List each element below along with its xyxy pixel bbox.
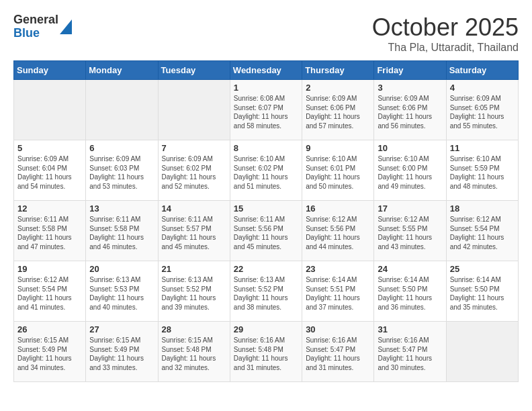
day-detail: Sunrise: 6:16 AMSunset: 5:47 PMDaylight:…	[378, 336, 442, 372]
day-detail: Sunrise: 6:09 AMSunset: 6:02 PMDaylight:…	[162, 154, 226, 191]
day-number: 25	[450, 264, 515, 274]
header-day-saturday: Saturday	[446, 61, 518, 80]
day-number: 17	[378, 203, 442, 214]
day-number: 21	[162, 264, 226, 274]
calendar-cell: 15Sunrise: 6:11 AMSunset: 5:56 PMDayligh…	[230, 201, 302, 261]
day-detail: Sunrise: 6:16 AMSunset: 5:48 PMDaylight:…	[234, 336, 298, 372]
calendar-cell	[446, 322, 518, 382]
header-row: SundayMondayTuesdayWednesdayThursdayFrid…	[14, 61, 519, 80]
day-detail: Sunrise: 6:12 AMSunset: 5:56 PMDaylight:…	[306, 215, 370, 251]
day-number: 28	[162, 324, 226, 334]
day-detail: Sunrise: 6:15 AMSunset: 5:48 PMDaylight:…	[162, 336, 226, 372]
day-detail: Sunrise: 6:09 AMSunset: 6:03 PMDaylight:…	[89, 154, 154, 191]
day-detail: Sunrise: 6:08 AMSunset: 6:07 PMDaylight:…	[234, 94, 298, 130]
day-detail: Sunrise: 6:14 AMSunset: 5:51 PMDaylight:…	[306, 275, 370, 312]
calendar-table: SundayMondayTuesdayWednesdayThursdayFrid…	[13, 60, 519, 382]
week-row-1: 1Sunrise: 6:08 AMSunset: 6:07 PMDaylight…	[14, 80, 519, 140]
calendar-cell: 12Sunrise: 6:11 AMSunset: 5:58 PMDayligh…	[14, 201, 86, 261]
header-day-wednesday: Wednesday	[230, 61, 302, 80]
calendar-cell: 1Sunrise: 6:08 AMSunset: 6:07 PMDaylight…	[230, 80, 302, 140]
calendar-cell: 22Sunrise: 6:13 AMSunset: 5:52 PMDayligh…	[230, 261, 302, 322]
day-number: 14	[162, 203, 226, 214]
day-detail: Sunrise: 6:11 AMSunset: 5:58 PMDaylight:…	[89, 215, 154, 251]
day-number: 11	[450, 143, 515, 153]
day-detail: Sunrise: 6:14 AMSunset: 5:50 PMDaylight:…	[450, 275, 515, 312]
week-row-4: 19Sunrise: 6:12 AMSunset: 5:54 PMDayligh…	[14, 261, 519, 322]
day-detail: Sunrise: 6:12 AMSunset: 5:54 PMDaylight:…	[17, 275, 82, 312]
logo-general: General	[13, 13, 58, 27]
calendar-cell: 3Sunrise: 6:09 AMSunset: 6:06 PMDaylight…	[374, 80, 446, 140]
calendar-cell: 26Sunrise: 6:15 AMSunset: 5:49 PMDayligh…	[14, 322, 86, 382]
calendar-cell: 10Sunrise: 6:10 AMSunset: 6:00 PMDayligh…	[374, 140, 446, 201]
logo: General Blue	[13, 13, 72, 40]
day-detail: Sunrise: 6:09 AMSunset: 6:04 PMDaylight:…	[17, 154, 82, 191]
day-number: 2	[306, 83, 370, 93]
calendar-cell: 9Sunrise: 6:10 AMSunset: 6:01 PMDaylight…	[302, 140, 374, 201]
calendar-cell	[86, 80, 158, 140]
calendar-cell: 5Sunrise: 6:09 AMSunset: 6:04 PMDaylight…	[14, 140, 86, 201]
calendar-cell: 4Sunrise: 6:09 AMSunset: 6:05 PMDaylight…	[446, 80, 518, 140]
day-detail: Sunrise: 6:09 AMSunset: 6:06 PMDaylight:…	[306, 94, 370, 130]
day-number: 9	[306, 143, 370, 153]
calendar-cell: 29Sunrise: 6:16 AMSunset: 5:48 PMDayligh…	[230, 322, 302, 382]
day-number: 10	[378, 143, 442, 153]
logo-text: General Blue	[13, 13, 72, 40]
header: General Blue October 2025 Tha Pla, Uttar…	[13, 13, 519, 54]
week-row-5: 26Sunrise: 6:15 AMSunset: 5:49 PMDayligh…	[14, 322, 519, 382]
calendar-cell: 2Sunrise: 6:09 AMSunset: 6:06 PMDaylight…	[302, 80, 374, 140]
day-detail: Sunrise: 6:11 AMSunset: 5:57 PMDaylight:…	[162, 215, 226, 251]
day-number: 5	[17, 143, 82, 153]
header-day-tuesday: Tuesday	[158, 61, 230, 80]
calendar-cell: 7Sunrise: 6:09 AMSunset: 6:02 PMDaylight…	[158, 140, 230, 201]
week-row-3: 12Sunrise: 6:11 AMSunset: 5:58 PMDayligh…	[14, 201, 519, 261]
day-detail: Sunrise: 6:10 AMSunset: 5:59 PMDaylight:…	[450, 154, 515, 191]
calendar-cell	[158, 80, 230, 140]
calendar-cell: 30Sunrise: 6:16 AMSunset: 5:47 PMDayligh…	[302, 322, 374, 382]
calendar-cell: 14Sunrise: 6:11 AMSunset: 5:57 PMDayligh…	[158, 201, 230, 261]
calendar-header: SundayMondayTuesdayWednesdayThursdayFrid…	[14, 61, 519, 80]
header-day-thursday: Thursday	[302, 61, 374, 80]
day-detail: Sunrise: 6:09 AMSunset: 6:05 PMDaylight:…	[450, 94, 515, 130]
day-detail: Sunrise: 6:10 AMSunset: 6:02 PMDaylight:…	[234, 154, 298, 191]
day-number: 30	[306, 324, 370, 334]
week-row-2: 5Sunrise: 6:09 AMSunset: 6:04 PMDaylight…	[14, 140, 519, 201]
day-detail: Sunrise: 6:09 AMSunset: 6:06 PMDaylight:…	[378, 94, 442, 130]
calendar-body: 1Sunrise: 6:08 AMSunset: 6:07 PMDaylight…	[14, 80, 519, 382]
day-number: 13	[89, 203, 154, 214]
day-detail: Sunrise: 6:15 AMSunset: 5:49 PMDaylight:…	[89, 336, 154, 372]
day-number: 22	[234, 264, 298, 274]
day-detail: Sunrise: 6:12 AMSunset: 5:55 PMDaylight:…	[378, 215, 442, 251]
month-title: October 2025	[372, 13, 519, 42]
day-detail: Sunrise: 6:13 AMSunset: 5:52 PMDaylight:…	[162, 275, 226, 312]
logo-icon	[60, 19, 72, 34]
calendar-cell: 17Sunrise: 6:12 AMSunset: 5:55 PMDayligh…	[374, 201, 446, 261]
calendar-cell: 27Sunrise: 6:15 AMSunset: 5:49 PMDayligh…	[86, 322, 158, 382]
logo-blue: Blue	[13, 27, 58, 40]
day-number: 6	[89, 143, 154, 153]
day-detail: Sunrise: 6:10 AMSunset: 6:00 PMDaylight:…	[378, 154, 442, 191]
day-detail: Sunrise: 6:12 AMSunset: 5:54 PMDaylight:…	[450, 215, 515, 251]
calendar-cell: 25Sunrise: 6:14 AMSunset: 5:50 PMDayligh…	[446, 261, 518, 322]
day-number: 31	[378, 324, 442, 334]
day-detail: Sunrise: 6:13 AMSunset: 5:52 PMDaylight:…	[234, 275, 298, 312]
day-number: 1	[234, 83, 298, 93]
day-number: 20	[89, 264, 154, 274]
calendar-cell: 8Sunrise: 6:10 AMSunset: 6:02 PMDaylight…	[230, 140, 302, 201]
calendar-cell: 21Sunrise: 6:13 AMSunset: 5:52 PMDayligh…	[158, 261, 230, 322]
day-number: 24	[378, 264, 442, 274]
calendar-cell	[14, 80, 86, 140]
calendar-cell: 11Sunrise: 6:10 AMSunset: 5:59 PMDayligh…	[446, 140, 518, 201]
day-number: 15	[234, 203, 298, 214]
day-number: 12	[17, 203, 82, 214]
day-number: 27	[89, 324, 154, 334]
page: General Blue October 2025 Tha Pla, Uttar…	[0, 0, 532, 389]
day-number: 7	[162, 143, 226, 153]
calendar-cell: 19Sunrise: 6:12 AMSunset: 5:54 PMDayligh…	[14, 261, 86, 322]
day-number: 29	[234, 324, 298, 334]
day-number: 16	[306, 203, 370, 214]
day-number: 18	[450, 203, 515, 214]
day-number: 26	[17, 324, 82, 334]
day-detail: Sunrise: 6:13 AMSunset: 5:53 PMDaylight:…	[89, 275, 154, 312]
day-detail: Sunrise: 6:11 AMSunset: 5:58 PMDaylight:…	[17, 215, 82, 251]
svg-marker-0	[60, 19, 72, 34]
